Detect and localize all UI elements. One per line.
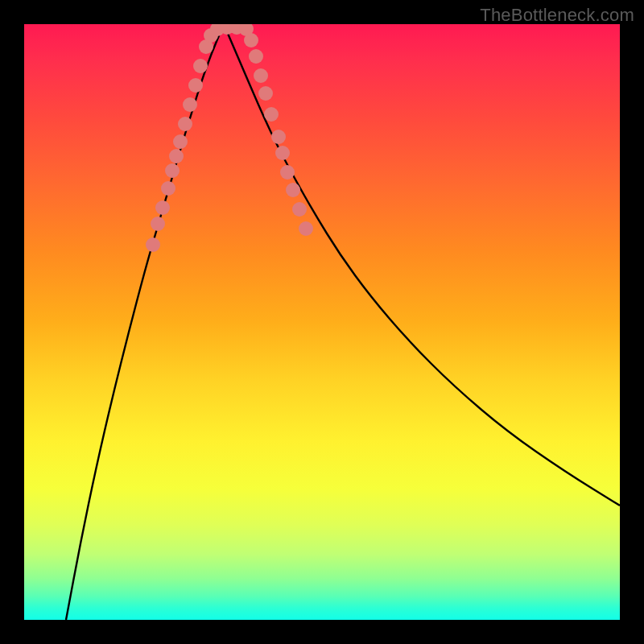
curve-left-branch bbox=[66, 24, 224, 620]
scatter-dot bbox=[146, 237, 160, 252]
scatter-dot bbox=[258, 86, 273, 101]
scatter-dot bbox=[280, 165, 295, 180]
scatter-dot bbox=[173, 134, 188, 149]
scatter-dot bbox=[249, 49, 263, 64]
scatter-dot bbox=[188, 78, 203, 93]
curve-right-branch bbox=[224, 24, 620, 506]
watermark-text: TheBottleneck.com bbox=[480, 5, 634, 26]
scatter-dot bbox=[275, 146, 290, 160]
scatter-dot bbox=[244, 33, 258, 47]
scatter-dot bbox=[178, 117, 192, 131]
scatter-dot bbox=[299, 221, 313, 236]
scatter-dot bbox=[286, 183, 300, 197]
scatter-dot bbox=[183, 97, 197, 112]
plot-area bbox=[24, 24, 620, 620]
scatter-group bbox=[146, 24, 313, 252]
scatter-dot bbox=[151, 217, 165, 231]
scatter-dot bbox=[161, 181, 175, 196]
scatter-dot bbox=[193, 59, 208, 73]
scatter-dot bbox=[254, 68, 268, 83]
scatter-dot bbox=[155, 200, 170, 215]
scatter-dot bbox=[169, 149, 184, 163]
scatter-dot bbox=[292, 202, 307, 217]
scatter-dot bbox=[271, 130, 286, 144]
scatter-dot bbox=[165, 163, 180, 178]
chart-frame: TheBottleneck.com bbox=[0, 0, 644, 644]
chart-svg bbox=[24, 24, 620, 620]
scatter-dot bbox=[264, 107, 279, 122]
